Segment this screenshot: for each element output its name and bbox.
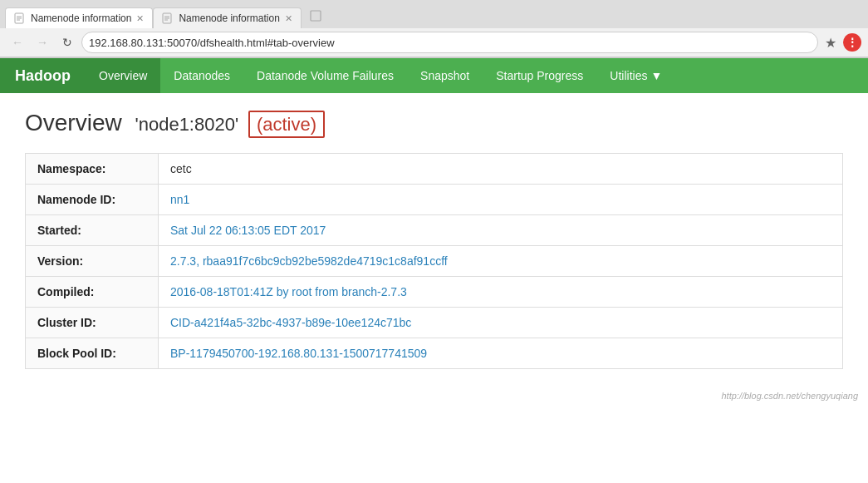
- chrome-settings-icon[interactable]: ⋮: [843, 33, 861, 52]
- svg-rect-8: [311, 11, 321, 21]
- nav-startup[interactable]: Startup Progress: [483, 58, 596, 93]
- page-icon-2: [162, 12, 174, 24]
- row-label: Namespace:: [26, 154, 159, 185]
- reload-button[interactable]: ↻: [56, 32, 78, 53]
- toolbar-bar: ← → ↻ ★ ⋮: [0, 28, 868, 57]
- tab-2-close[interactable]: ✕: [285, 13, 292, 24]
- nav-datanodes[interactable]: Datanodes: [160, 58, 243, 93]
- main-content: Overview 'node1:8020' (active) Namespace…: [0, 93, 868, 386]
- row-value[interactable]: CID-a421f4a5-32bc-4937-b89e-10ee124c71bc: [159, 308, 843, 338]
- nav-brand: Hadoop: [0, 58, 86, 93]
- tab-2[interactable]: Namenode information ✕: [153, 7, 301, 28]
- table-row: Started:Sat Jul 22 06:13:05 EDT 2017: [26, 215, 843, 246]
- row-label: Namenode ID:: [26, 185, 159, 215]
- table-row: Version:2.7.3, rbaa91f7c6bc9cb92be5982de…: [26, 246, 843, 277]
- tab-1-close[interactable]: ✕: [136, 13, 144, 24]
- row-value[interactable]: nn1: [159, 185, 843, 215]
- forward-button[interactable]: →: [32, 32, 53, 53]
- bookmark-icon[interactable]: ★: [821, 33, 840, 52]
- page-title-text: Overview: [25, 110, 122, 136]
- tab-bar: Namenode information ✕ Namenode informat…: [0, 0, 868, 28]
- nav-snapshot[interactable]: Snapshot: [407, 58, 483, 93]
- tab-1[interactable]: Namenode information ✕: [5, 7, 153, 28]
- back-button[interactable]: ←: [7, 32, 28, 53]
- table-row: Namespace:cetc: [26, 154, 843, 185]
- nav-failures[interactable]: Datanode Volume Failures: [243, 58, 407, 93]
- page-heading: Overview 'node1:8020' (active): [25, 110, 843, 136]
- new-tab-button[interactable]: [305, 5, 328, 28]
- table-row: Namenode ID:nn1: [26, 185, 843, 215]
- address-bar[interactable]: [81, 32, 818, 53]
- page-icon: [14, 12, 26, 24]
- tab-1-label: Namenode information: [31, 12, 131, 24]
- row-label: Block Pool ID:: [26, 338, 159, 369]
- browser-chrome: Namenode information ✕ Namenode informat…: [0, 0, 868, 58]
- row-label: Compiled:: [26, 277, 159, 308]
- table-row: Compiled:2016-08-18T01:41Z by root from …: [26, 277, 843, 308]
- nav-utilities[interactable]: Utilities ▼: [596, 58, 675, 93]
- row-value[interactable]: Sat Jul 22 06:13:05 EDT 2017: [159, 215, 843, 246]
- node-name: 'node1:8020': [135, 114, 238, 135]
- navbar: Hadoop Overview Datanodes Datanode Volum…: [0, 58, 868, 93]
- row-label: Cluster ID:: [26, 308, 159, 338]
- row-label: Started:: [26, 215, 159, 246]
- table-row: Cluster ID:CID-a421f4a5-32bc-4937-b89e-1…: [26, 308, 843, 338]
- info-table: Namespace:cetcNamenode ID:nn1Started:Sat…: [25, 153, 843, 369]
- row-value[interactable]: BP-1179450700-192.168.80.131-15007177415…: [159, 338, 843, 369]
- tab-2-label: Namenode information: [179, 12, 279, 24]
- active-badge: (active): [248, 111, 325, 138]
- row-value[interactable]: 2.7.3, rbaa91f7c6bc9cb92be5982de4719c1c8…: [159, 246, 843, 277]
- nav-overview[interactable]: Overview: [86, 58, 160, 93]
- row-value[interactable]: 2016-08-18T01:41Z by root from branch-2.…: [159, 277, 843, 308]
- row-label: Version:: [26, 246, 159, 277]
- dropdown-arrow-icon: ▼: [650, 69, 662, 82]
- table-row: Block Pool ID:BP-1179450700-192.168.80.1…: [26, 338, 843, 369]
- row-value: cetc: [159, 154, 843, 185]
- watermark: http://blog.csdn.net/chengyuqiang: [0, 386, 868, 404]
